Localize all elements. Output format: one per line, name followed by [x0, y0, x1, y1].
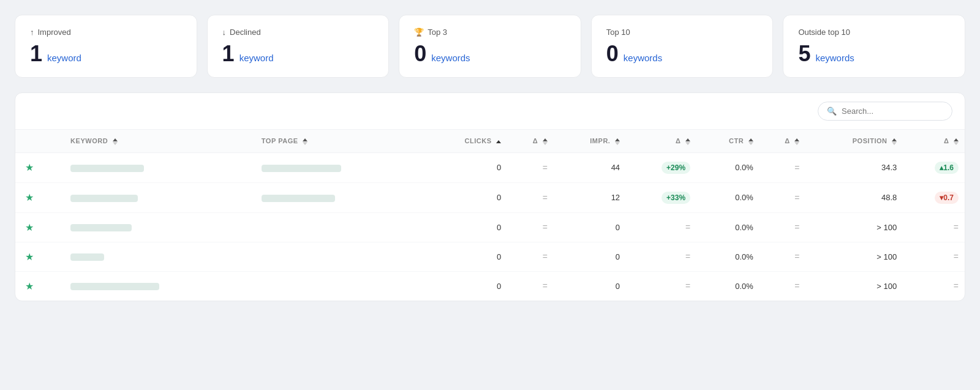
keyword-cell [40, 212, 255, 242]
impr-cell: 44 [554, 152, 626, 182]
star-icon: ★ [25, 162, 34, 173]
impr-delta-cell: +33% [626, 182, 696, 212]
th-position[interactable]: POSITION [805, 130, 903, 152]
improved-card: ↑ Improved 1 keyword [15, 15, 197, 78]
th-ctr-delta[interactable]: Δ [760, 130, 806, 152]
ctr-delta-cell: = [760, 152, 806, 182]
position-cell: 34.3 [805, 152, 903, 182]
clicks-cell: 0 [423, 271, 507, 301]
keyword-cell [40, 182, 255, 212]
th-position-delta[interactable]: Δ [903, 130, 965, 152]
keyword-blurred [70, 165, 144, 172]
position-sort-icon [892, 138, 897, 145]
clicks-delta-cell: = [507, 212, 554, 242]
ctr-cell: 0.0% [696, 271, 760, 301]
keyword-cell [40, 271, 255, 301]
table-row: ★0=0=0.0%=> 100= [15, 212, 965, 242]
keyword-blurred [70, 283, 159, 290]
star-cell[interactable]: ★ [15, 182, 40, 212]
th-keyword[interactable]: KEYWORD [40, 130, 255, 152]
clicks-cell: 0 [423, 242, 507, 271]
impr-cell: 0 [554, 242, 626, 271]
clicks-delta-cell: = [507, 182, 554, 212]
position-cell: > 100 [805, 271, 903, 301]
card-label-top10: Top 10 [606, 28, 758, 37]
star-cell[interactable]: ★ [15, 212, 40, 242]
top10-card: Top 10 0 keywords [591, 15, 774, 78]
card-label-improved: ↑ Improved [30, 28, 182, 37]
star-icon: ★ [25, 192, 34, 203]
declined-card: ↓ Declined 1 keyword [207, 15, 390, 78]
th-top-page[interactable]: TOP PAGE [255, 130, 424, 152]
search-input[interactable] [842, 107, 943, 116]
outside-top10-count: 5 [798, 43, 810, 65]
top10-unit: keywords [624, 53, 662, 63]
clicks-cell: 0 [423, 152, 507, 182]
improved-icon: ↑ [30, 28, 34, 37]
table-header-row: KEYWORD TOP PAGE CLICKS [15, 130, 965, 152]
star-icon: ★ [25, 252, 34, 262]
page-blurred [262, 195, 335, 202]
trophy-icon: 🏆 [414, 28, 424, 37]
impr-delta-cell: = [626, 212, 696, 242]
search-icon: 🔍 [827, 107, 837, 116]
ctr-delta-cell: = [760, 271, 806, 301]
table-row: ★0=0=0.0%=> 100= [15, 271, 965, 301]
top-page-cell [255, 271, 424, 301]
th-ctr[interactable]: CTR [696, 130, 760, 152]
ctr-cell: 0.0% [696, 152, 760, 182]
keyword-blurred [70, 224, 132, 231]
top-page-cell [255, 182, 424, 212]
position-cell: > 100 [805, 242, 903, 271]
th-clicks-delta[interactable]: Δ [507, 130, 554, 152]
keyword-sort-icon [113, 138, 118, 145]
th-clicks[interactable]: CLICKS [423, 130, 507, 152]
outside-top10-unit: keywords [815, 53, 854, 63]
top-page-sort-icon [303, 138, 307, 145]
position-delta-cell: ▾0.7 [903, 182, 965, 212]
impr-delta-cell: = [626, 271, 696, 301]
keywords-table: KEYWORD TOP PAGE CLICKS [15, 130, 965, 301]
keyword-blurred [70, 195, 138, 202]
pos-delta-badge: ▴1.6 [935, 162, 959, 174]
position-delta-cell: = [903, 242, 965, 271]
page-blurred [262, 165, 341, 172]
th-impr[interactable]: IMPR. [554, 130, 626, 152]
clicks-cell: 0 [423, 212, 507, 242]
star-cell[interactable]: ★ [15, 152, 40, 182]
star-cell[interactable]: ★ [15, 271, 40, 301]
ctr-delta-cell: = [760, 212, 806, 242]
top10-count: 0 [606, 43, 619, 65]
declined-unit: keyword [239, 53, 274, 63]
improved-count: 1 [30, 43, 42, 65]
ctr-delta-cell: = [760, 242, 806, 271]
ctr-cell: 0.0% [696, 212, 760, 242]
star-icon: ★ [25, 222, 34, 233]
top3-card: 🏆 Top 3 0 keywords [399, 15, 581, 78]
ctr-cell: 0.0% [696, 242, 760, 271]
top3-unit: keywords [431, 53, 470, 63]
search-box[interactable]: 🔍 [818, 102, 952, 121]
ctr-sort-icon [748, 138, 753, 145]
position-delta-sort-icon [954, 138, 959, 145]
table-row: ★0=44+29%0.0%=34.3▴1.6 [15, 152, 965, 182]
impr-cell: 12 [554, 182, 626, 212]
star-icon: ★ [25, 281, 34, 291]
keyword-cell [40, 242, 255, 271]
table-row: ★0=12+33%0.0%=48.8▾0.7 [15, 182, 965, 212]
pos-delta-badge: ▾0.7 [935, 192, 959, 204]
clicks-delta-sort-icon [543, 138, 548, 145]
keywords-table-section: 🔍 KEYWORD TOP PAGE [15, 92, 965, 301]
star-cell[interactable]: ★ [15, 242, 40, 271]
position-cell: > 100 [805, 212, 903, 242]
position-delta-cell: = [903, 271, 965, 301]
impr-delta-badge: +29% [662, 162, 690, 174]
keyword-cell [40, 152, 255, 182]
th-impr-delta[interactable]: Δ [626, 130, 696, 152]
position-cell: 48.8 [805, 182, 903, 212]
impr-delta-cell: = [626, 242, 696, 271]
table-toolbar: 🔍 [15, 93, 965, 130]
card-label-declined: ↓ Declined [222, 28, 374, 37]
keyword-blurred [70, 253, 104, 261]
impr-delta-badge: +33% [662, 192, 690, 204]
